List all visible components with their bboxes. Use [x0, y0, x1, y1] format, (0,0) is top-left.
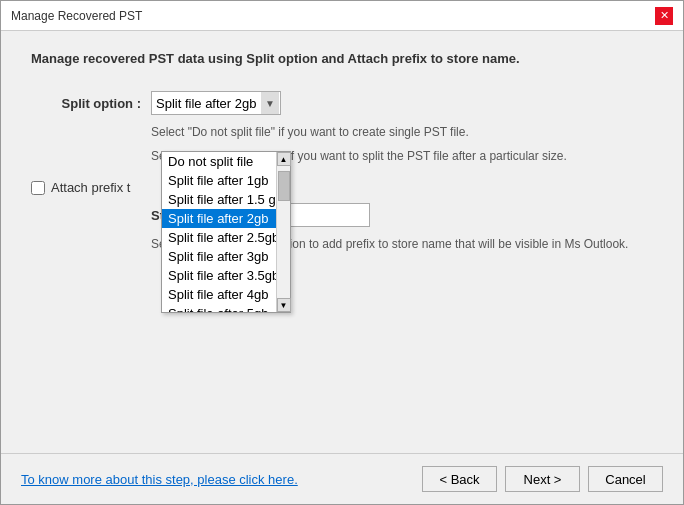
- attach-prefix-label: Attach prefix t: [51, 180, 130, 195]
- dropdown-item-2[interactable]: Split file after 1.5 gb: [162, 190, 276, 209]
- dropdown-item-3[interactable]: Split file after 2gb: [162, 209, 276, 228]
- title-bar: Manage Recovered PST ✕: [1, 1, 683, 31]
- dropdown-item-1[interactable]: Split file after 1gb: [162, 171, 276, 190]
- split-info-text-1: Select "Do not split file" if you want t…: [151, 123, 653, 141]
- split-dropdown-overlay: Do not split file Split file after 1gb S…: [161, 151, 291, 313]
- dropdown-item-7[interactable]: Split file after 4gb: [162, 285, 276, 304]
- cancel-button[interactable]: Cancel: [588, 466, 663, 492]
- scrollbar-up-button[interactable]: ▲: [277, 152, 291, 166]
- dialog-content: Manage recovered PST data using Split op…: [1, 31, 683, 453]
- dropdown-scrollbar-container: Do not split file Split file after 1gb S…: [162, 152, 290, 312]
- dropdown-item-8[interactable]: Split file after 5gb: [162, 304, 276, 312]
- dropdown-item-4[interactable]: Split file after 2.5gb: [162, 228, 276, 247]
- footer-buttons: < Back Next > Cancel: [422, 466, 663, 492]
- scrollbar-thumb: [278, 171, 290, 201]
- attach-prefix-row: Attach prefix t: [31, 180, 653, 195]
- attach-prefix-checkbox-wrap: Attach prefix t: [31, 180, 130, 195]
- dropdown-item-6[interactable]: Split file after 3.5gb: [162, 266, 276, 285]
- dialog-title: Manage Recovered PST: [11, 9, 142, 23]
- more-info-link[interactable]: To know more about this step, please cli…: [21, 472, 298, 487]
- dropdown-item-0[interactable]: Do not split file: [162, 152, 276, 171]
- split-select-wrapper: Do not split file Split file after 1gb S…: [151, 91, 281, 115]
- close-button[interactable]: ✕: [655, 7, 673, 25]
- dropdown-item-5[interactable]: Split file after 3gb: [162, 247, 276, 266]
- split-option-label: Split option :: [31, 96, 141, 111]
- dropdown-list: Do not split file Split file after 1gb S…: [162, 152, 276, 312]
- split-option-select[interactable]: Do not split file Split file after 1gb S…: [151, 91, 281, 115]
- scrollbar-down-button[interactable]: ▼: [277, 298, 291, 312]
- description-text: Manage recovered PST data using Split op…: [31, 51, 653, 66]
- split-option-row: Split option : Do not split file Split f…: [31, 91, 653, 115]
- scrollbar-thumb-area: [277, 166, 290, 298]
- dropdown-scrollbar-track: ▲ ▼: [276, 152, 290, 312]
- next-button[interactable]: Next >: [505, 466, 580, 492]
- dialog-footer: To know more about this step, please cli…: [1, 453, 683, 504]
- back-button[interactable]: < Back: [422, 466, 497, 492]
- attach-prefix-checkbox[interactable]: [31, 181, 45, 195]
- dialog-window: Manage Recovered PST ✕ Manage recovered …: [0, 0, 684, 505]
